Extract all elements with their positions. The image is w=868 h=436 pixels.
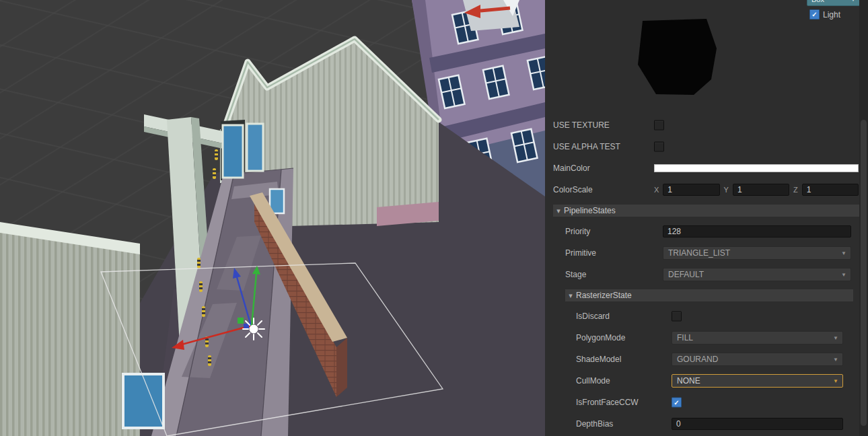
row-is-discard: IsDiscard [545,305,859,327]
z-axis-label: Z [793,186,798,194]
priority-label: Priority [565,227,590,236]
cull-mode-label: CullMode [576,376,610,386]
is-front-face-ccw-label: IsFrontFaceCCW [576,398,639,407]
light-gizmo[interactable] [243,318,264,340]
material-preview [636,17,723,100]
section-pipeline-states[interactable]: ▾ PipelineStates [553,205,859,217]
collapse-arrow-icon: ▾ [553,207,564,215]
light-checkbox[interactable]: ✓ [809,9,820,20]
primitive-label: Primitive [565,248,596,258]
is-discard-checkbox[interactable] [672,312,682,322]
depth-bias-label: DepthBias [576,419,613,429]
stage-value: DEFAULT [668,270,704,279]
main-color-label: MainColor [553,164,590,173]
row-use-alpha-test: USE ALPHA TEST [545,136,859,157]
use-alpha-test-label: USE ALPHA TEST [553,142,620,151]
property-rows: USE TEXTURE USE ALPHA TEST MainColor Col… [545,114,859,435]
use-texture-checkbox[interactable] [654,120,664,131]
scrollbar-thumb[interactable] [861,120,867,426]
check-icon: ✓ [674,399,679,406]
check-icon: ✓ [811,11,817,18]
shade-model-label: ShadeModel [576,355,621,364]
section-rasterizer-state[interactable]: ▾ RasterizerState [565,289,853,301]
cull-mode-value: NONE [677,376,700,386]
row-is-front-face-ccw: IsFrontFaceCCW ✓ [545,392,859,413]
polygon-mode-label: PolygonMode [576,333,625,342]
stage-label: Stage [565,270,586,279]
3d-viewport[interactable] [0,0,545,436]
color-scale-z-input[interactable] [802,184,859,196]
rooftop-gizmo [463,0,519,31]
priority-input[interactable] [663,225,851,238]
use-alpha-test-checkbox[interactable] [654,142,664,152]
color-scale-label: ColorScale [553,185,593,194]
chevron-down-icon: ▼ [833,357,838,363]
chevron-down-icon: ▼ [833,335,838,341]
depth-bias-input[interactable] [672,418,843,430]
row-color-scale: ColorScale X Y Z [545,179,859,201]
building-left-wall [0,222,140,436]
row-main-color: MainColor [545,157,859,179]
stage-dropdown[interactable]: DEFAULT ▼ [663,268,851,281]
row-depth-bias: DepthBias [545,413,859,435]
left-wall-door [123,374,164,428]
warehouse-door-left [223,125,243,178]
light-label: Light [823,10,840,20]
row-polygon-mode: PolygonMode FILL ▼ [545,327,859,349]
row-primitive: Primitive TRIANGLE_LIST ▼ [545,242,859,264]
editor-window: Box ▼ ✓ Light USE TEXTURE USE ALPHA TEST… [0,0,868,436]
warehouse-door-right [247,124,263,171]
color-scale-x-input[interactable] [663,184,719,196]
row-use-texture: USE TEXTURE [545,114,859,136]
y-axis-label: Y [724,186,729,194]
primitive-value: TRIANGLE_LIST [668,248,730,258]
row-stage: Stage DEFAULT ▼ [545,264,859,285]
chevron-down-icon: ▼ [833,378,838,384]
inspector-scrollbar[interactable] [859,0,868,436]
row-shade-model: ShadeModel GOURAND ▼ [545,349,859,370]
pipeline-states-title: PipelineStates [564,206,616,215]
inspector-panel: Box ▼ ✓ Light USE TEXTURE USE ALPHA TEST… [545,0,868,436]
chevron-down-icon: ▼ [841,250,846,256]
chevron-down-icon: ▼ [841,272,846,278]
use-texture-label: USE TEXTURE [553,120,610,130]
row-priority: Priority [545,221,859,242]
is-discard-label: IsDiscard [576,312,610,321]
cull-mode-dropdown[interactable]: NONE ▼ [672,374,843,388]
color-scale-y-input[interactable] [733,184,789,196]
row-cull-mode: CullMode NONE ▼ [545,370,859,392]
scene-canvas [0,0,545,436]
x-axis-label: X [654,186,659,194]
collapse-arrow-icon: ▾ [565,291,576,300]
chevron-down-icon: ▼ [851,0,856,3]
shade-model-value: GOURAND [677,355,718,364]
mesh-type-dropdown[interactable]: Box ▼ [807,0,860,6]
primitive-dropdown[interactable]: TRIANGLE_LIST ▼ [663,246,851,260]
light-toggle: ✓ Light [809,9,840,20]
shade-model-dropdown[interactable]: GOURAND ▼ [672,353,843,366]
rasterizer-state-title: RasterizerState [576,291,632,300]
is-front-face-ccw-checkbox[interactable]: ✓ [672,398,682,408]
main-color-swatch[interactable] [654,164,859,172]
polygon-mode-value: FILL [677,333,693,342]
polygon-mode-dropdown[interactable]: FILL ▼ [672,331,843,344]
mesh-type-value: Box [811,0,824,3]
